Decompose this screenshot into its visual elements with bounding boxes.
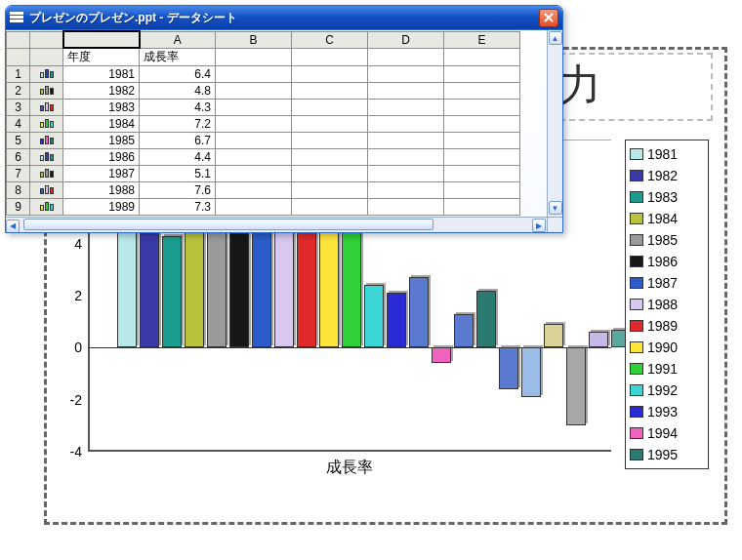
scroll-down-button[interactable]: ▼ — [549, 201, 562, 215]
datasheet-body[interactable]: ABCDE年度成長率119816.4219824.8319834.3419847… — [6, 29, 562, 232]
cell-year[interactable]: 1982 — [63, 83, 140, 100]
cell[interactable] — [216, 166, 292, 182]
cell[interactable] — [444, 116, 520, 133]
cell-year[interactable]: 1984 — [63, 116, 140, 133]
cell[interactable] — [292, 133, 368, 149]
cell[interactable] — [368, 100, 444, 116]
cell[interactable] — [444, 149, 520, 166]
vertical-scrollbar[interactable]: ▲ ▼ — [547, 30, 562, 217]
cell[interactable] — [292, 100, 368, 116]
cell[interactable] — [292, 199, 368, 216]
cell[interactable] — [292, 66, 368, 83]
cell[interactable] — [368, 133, 444, 149]
datasheet-titlebar[interactable]: プレゼンのプレゼン.ppt - データシート — [6, 6, 562, 29]
column-header[interactable]: B — [216, 31, 292, 48]
column-header[interactable]: C — [292, 31, 368, 48]
row-series-icon[interactable] — [30, 116, 63, 133]
cell-year[interactable]: 1981 — [63, 66, 140, 83]
row-series-icon[interactable] — [30, 199, 63, 216]
close-button[interactable] — [539, 9, 558, 27]
row-number[interactable]: 8 — [7, 182, 30, 199]
cell-value[interactable]: 6.7 — [140, 133, 216, 149]
row-number[interactable]: 9 — [7, 199, 30, 216]
cell-value[interactable]: 7.2 — [140, 116, 216, 133]
header-cell[interactable]: 成長率 — [140, 48, 216, 66]
cell-value[interactable]: 4.4 — [140, 149, 216, 166]
row-series-icon[interactable] — [30, 100, 63, 116]
legend-label: 1992 — [647, 382, 678, 398]
cell[interactable] — [216, 133, 292, 149]
datasheet-window[interactable]: プレゼンのプレゼン.ppt - データシート ABCDE年度成長率119816.… — [5, 5, 563, 233]
cell[interactable] — [368, 182, 444, 199]
column-header[interactable]: A — [140, 31, 216, 48]
cell-year[interactable]: 1987 — [63, 166, 140, 182]
horizontal-scrollbar[interactable]: ◀ ▶ — [6, 217, 547, 232]
cell[interactable] — [216, 116, 292, 133]
cell-value[interactable]: 6.4 — [140, 66, 216, 83]
row-number[interactable]: 2 — [7, 83, 30, 100]
row-series-icon[interactable] — [30, 133, 63, 149]
scroll-right-button[interactable]: ▶ — [532, 219, 546, 232]
row-number[interactable]: 7 — [7, 166, 30, 182]
corner-cell[interactable] — [7, 31, 30, 48]
row-series-icon[interactable] — [30, 182, 63, 199]
row-icon-cell[interactable] — [30, 48, 63, 66]
cell[interactable] — [292, 83, 368, 100]
cell[interactable] — [368, 116, 444, 133]
cell[interactable] — [292, 116, 368, 133]
cell[interactable] — [292, 149, 368, 166]
row-header[interactable] — [7, 48, 30, 66]
cell[interactable] — [292, 166, 368, 182]
cell-value[interactable]: 4.8 — [140, 83, 216, 100]
cell-value[interactable]: 7.6 — [140, 182, 216, 199]
cell-value[interactable]: 4.3 — [140, 100, 216, 116]
cell[interactable] — [216, 199, 292, 216]
cell-year[interactable]: 1989 — [63, 199, 140, 216]
row-icon-header[interactable] — [30, 31, 63, 48]
cell[interactable] — [368, 66, 444, 83]
cell-year[interactable]: 1983 — [63, 100, 140, 116]
cell[interactable] — [368, 83, 444, 100]
row-number[interactable]: 5 — [7, 133, 30, 149]
cell[interactable] — [444, 100, 520, 116]
cell[interactable] — [216, 66, 292, 83]
cell-year[interactable]: 1988 — [63, 182, 140, 199]
cell[interactable] — [444, 199, 520, 216]
cell[interactable] — [292, 182, 368, 199]
row-series-icon[interactable] — [30, 66, 63, 83]
cell[interactable] — [216, 149, 292, 166]
column-header[interactable]: D — [368, 31, 444, 48]
row-number[interactable]: 1 — [7, 66, 30, 83]
legend-item: 1988 — [630, 294, 704, 315]
cell[interactable] — [368, 166, 444, 182]
cell[interactable] — [368, 199, 444, 216]
cell[interactable] — [216, 83, 292, 100]
row-number[interactable]: 4 — [7, 116, 30, 133]
column-header[interactable] — [63, 31, 140, 48]
row-series-icon[interactable] — [30, 83, 63, 100]
row-number[interactable]: 6 — [7, 149, 30, 166]
cell-year[interactable]: 1985 — [63, 133, 140, 149]
row-series-icon[interactable] — [30, 149, 63, 166]
cell[interactable] — [216, 100, 292, 116]
scroll-left-button[interactable]: ◀ — [6, 220, 20, 233]
cell-value[interactable]: 7.3 — [140, 199, 216, 216]
horizontal-scroll-thumb[interactable] — [23, 219, 433, 230]
row-number[interactable]: 3 — [7, 100, 30, 116]
header-cell[interactable]: 年度 — [63, 48, 140, 66]
legend-label: 1987 — [647, 275, 678, 291]
scroll-up-button[interactable]: ▲ — [549, 31, 562, 45]
row-series-icon[interactable] — [30, 166, 63, 182]
datasheet-grid[interactable]: ABCDE年度成長率119816.4219824.8319834.3419847… — [6, 30, 520, 216]
cell[interactable] — [444, 133, 520, 149]
cell[interactable] — [444, 66, 520, 83]
cell[interactable] — [368, 149, 444, 166]
cell[interactable] — [444, 166, 520, 182]
column-header[interactable]: E — [444, 31, 520, 48]
cell[interactable] — [216, 182, 292, 199]
cell-value[interactable]: 5.1 — [140, 166, 216, 182]
legend-label: 1991 — [647, 361, 678, 377]
cell[interactable] — [444, 182, 520, 199]
cell[interactable] — [444, 83, 520, 100]
cell-year[interactable]: 1986 — [63, 149, 140, 166]
